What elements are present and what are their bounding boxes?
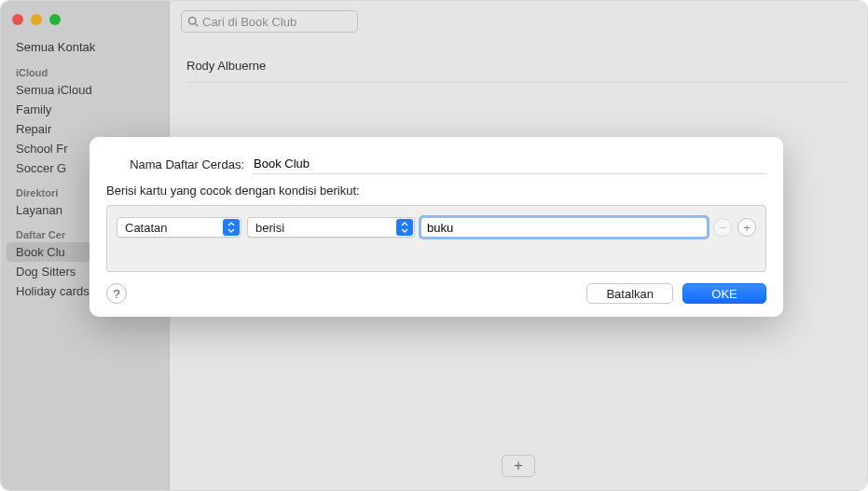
ok-button-label: OKE <box>711 287 737 301</box>
chevron-updown-icon <box>223 219 240 236</box>
condition-label: Berisi kartu yang cocok dengan kondisi b… <box>106 184 766 198</box>
sheet-footer: ? Batalkan OKE <box>106 283 766 304</box>
rules-container: Catatan berisi − + <box>106 205 766 272</box>
help-icon: ? <box>113 287 119 301</box>
add-rule-button[interactable]: + <box>737 218 756 237</box>
rule-field-value: Catatan <box>125 221 168 235</box>
plus-icon: + <box>743 222 751 234</box>
help-button[interactable]: ? <box>106 283 127 304</box>
cancel-button-label: Batalkan <box>606 287 654 301</box>
rule-operator-value: berisi <box>255 221 284 235</box>
rule-operator-popup[interactable]: berisi <box>247 217 415 238</box>
smart-list-name-input[interactable] <box>252 154 766 174</box>
minus-icon: − <box>719 222 726 234</box>
rule-value-input[interactable] <box>420 217 708 238</box>
cancel-button[interactable]: Batalkan <box>586 283 673 304</box>
chevron-updown-icon <box>396 219 413 236</box>
contacts-window: Semua Kontak iCloud Semua iCloud Family … <box>0 0 868 491</box>
smart-list-sheet: Nama Daftar Cerdas: Berisi kartu yang co… <box>90 137 783 317</box>
ok-button[interactable]: OKE <box>682 283 766 304</box>
rule-field-popup[interactable]: Catatan <box>117 217 241 238</box>
name-label: Nama Daftar Cerdas: <box>106 157 252 171</box>
remove-rule-button: − <box>713 218 732 237</box>
name-row: Nama Daftar Cerdas: <box>106 154 766 174</box>
